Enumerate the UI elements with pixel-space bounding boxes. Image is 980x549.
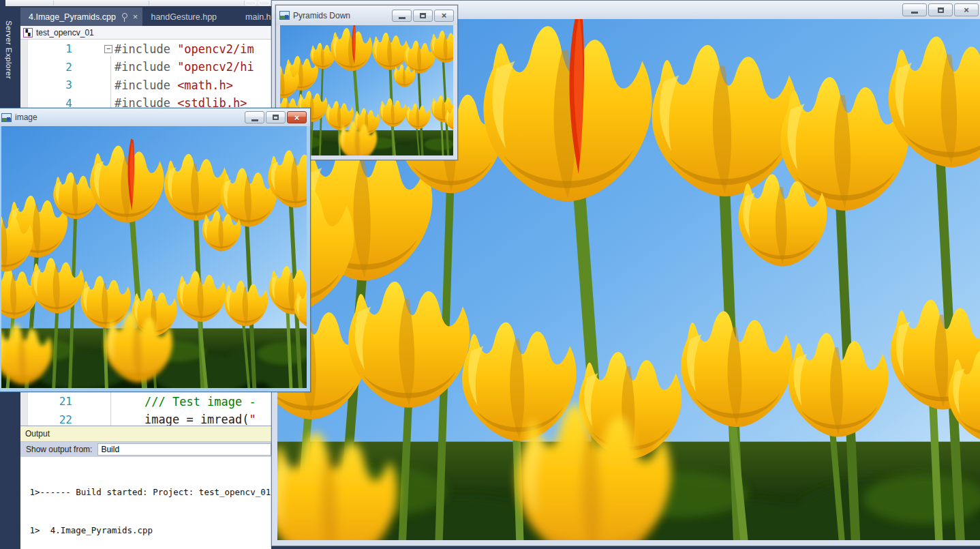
code-token: #include — [114, 42, 177, 56]
minimize-button[interactable] — [902, 3, 927, 16]
minimize-icon — [251, 119, 258, 121]
tab-label: 4.Image_Pyramids.cpp — [29, 12, 116, 22]
window-icon — [279, 11, 290, 20]
minimize-button[interactable] — [392, 10, 412, 22]
tulip-photo-image — [1, 126, 307, 388]
title-bar[interactable]: image × — [0, 108, 310, 126]
pin-icon[interactable] — [122, 13, 127, 18]
line-number: 1 — [20, 42, 82, 55]
vs-toolbar-strip — [5, 0, 271, 6]
build-output-log[interactable]: 1>------ Build started: Project: test_op… — [20, 457, 271, 549]
code-line: 2 #include "opencv2/hi — [20, 58, 271, 76]
minimize-icon — [911, 12, 918, 14]
line-number: 22 — [20, 413, 82, 426]
file-icon: ▚ — [23, 28, 33, 38]
document-tab-bar: 4.Image_Pyramids.cpp × handGesture.hpp m… — [20, 8, 271, 26]
tab-image-pyramids-cpp[interactable]: 4.Image_Pyramids.cpp × — [20, 8, 142, 26]
close-icon: × — [964, 5, 969, 14]
tab-label: handGesture.hpp — [151, 12, 217, 22]
toolbar-chip — [245, 1, 256, 5]
code-token: #include — [114, 60, 177, 74]
log-line: 1> 4.Image_Pyramids.cpp — [25, 524, 271, 537]
restore-icon — [420, 13, 426, 18]
close-icon: × — [442, 11, 447, 20]
restore-button[interactable] — [413, 10, 433, 22]
restore-button[interactable] — [266, 111, 286, 123]
code-token: /// Test image - — [144, 395, 263, 409]
output-filter-row: Show output from: Build — [20, 442, 271, 457]
code-token: "opencv2/im — [177, 42, 254, 56]
sidebar-item-server-explorer[interactable]: Server Explorer — [5, 20, 13, 79]
code-line: 22 image = imread(" — [20, 411, 271, 426]
window-image: image × — [0, 108, 311, 392]
code-token: #include — [114, 78, 177, 92]
line-number: 21 — [20, 395, 82, 408]
restore-icon — [938, 8, 944, 13]
toolbar-chip — [258, 1, 270, 5]
show-output-from-label: Show output from: — [26, 445, 92, 454]
code-token: <math.h> — [177, 78, 233, 92]
output-panel: Output Show output from: Build 1>------ … — [20, 426, 271, 549]
close-button[interactable]: × — [287, 111, 307, 123]
window-title: Pyramids Down — [293, 11, 350, 20]
restore-button[interactable] — [928, 3, 953, 16]
close-icon: × — [294, 113, 300, 122]
output-title: Output — [25, 429, 50, 439]
tab-handgesture-hpp[interactable]: handGesture.hpp — [142, 8, 225, 26]
line-number: 2 — [20, 61, 82, 74]
code-token: image = imread( — [144, 413, 249, 426]
close-button[interactable]: × — [434, 10, 454, 22]
project-dropdown[interactable]: test_opencv_01 — [36, 28, 94, 38]
line-number: 3 — [20, 78, 82, 91]
code-token: " — [249, 413, 256, 426]
output-source-dropdown[interactable]: Build — [97, 443, 271, 456]
fold-collapse-icon[interactable]: − — [104, 45, 112, 53]
window-title: image — [15, 113, 37, 122]
minimize-icon — [399, 17, 405, 19]
code-line: 3 #include <math.h> — [20, 76, 271, 94]
close-button[interactable]: × — [954, 3, 979, 16]
code-line: 21 /// Test image - — [20, 392, 271, 411]
minimize-button[interactable] — [245, 111, 264, 123]
navigation-bar[interactable]: ▚ test_opencv_01 — [20, 26, 271, 40]
code-line: 1 − #include "opencv2/im — [20, 40, 271, 58]
close-icon[interactable]: × — [133, 12, 138, 21]
log-line: 1>------ Build started: Project: test_op… — [25, 486, 271, 499]
restore-icon — [273, 115, 279, 120]
code-token: "opencv2/hi — [177, 60, 254, 74]
output-panel-header[interactable]: Output — [20, 426, 271, 442]
window-icon — [1, 113, 12, 122]
title-bar[interactable]: Pyramids Down × — [276, 5, 457, 25]
